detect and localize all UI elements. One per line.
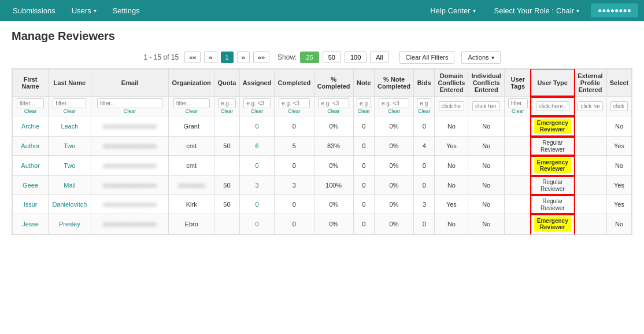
show-50-button[interactable]: 50 xyxy=(323,52,341,63)
cell-notepct: 0% xyxy=(374,214,413,234)
first-page-button[interactable]: «« xyxy=(184,52,201,63)
filter-bids[interactable] xyxy=(417,98,431,108)
clear-all-filters-button[interactable]: Clear All Filters xyxy=(399,51,455,64)
nav-submissions[interactable]: Submissions xyxy=(6,2,62,20)
chevron-down-icon: ▾ xyxy=(94,8,97,14)
show-25-button[interactable]: 25 xyxy=(300,52,319,63)
cell-completed: 0 xyxy=(275,195,314,214)
cell-email: ●●●●●●●●●●●●●● xyxy=(91,116,169,137)
cell-extprofile xyxy=(574,156,607,176)
cell-firstname[interactable]: Author xyxy=(13,156,49,176)
cell-note: 0 xyxy=(353,156,374,176)
cell-completed: 0 xyxy=(275,156,314,176)
cell-usertags xyxy=(504,195,531,214)
filter-notepct[interactable] xyxy=(379,98,409,108)
clear-completed-filter[interactable]: Clear xyxy=(277,108,311,114)
clear-lastname-filter[interactable]: Clear xyxy=(51,108,88,114)
cell-individual: No xyxy=(468,116,505,137)
cell-bids: 0 xyxy=(414,156,435,176)
cell-notepct: 0% xyxy=(374,116,413,137)
cell-lastname[interactable]: Mail xyxy=(49,176,91,195)
clear-note-filter[interactable]: Clear xyxy=(356,108,372,114)
current-page-button[interactable]: 1 xyxy=(221,52,234,63)
clear-notepct-filter[interactable]: Clear xyxy=(377,108,411,114)
cell-quota xyxy=(214,156,240,176)
cell-assigned[interactable]: 0 xyxy=(239,116,275,137)
cell-firstname[interactable]: Jesse xyxy=(13,214,49,234)
cell-assigned[interactable]: 0 xyxy=(239,195,275,214)
cell-note: 0 xyxy=(353,214,374,234)
filter-usertype[interactable] xyxy=(536,101,569,111)
filter-select[interactable] xyxy=(610,101,628,111)
clear-firstname-filter[interactable]: Clear xyxy=(15,108,46,114)
nav-settings[interactable]: Settings xyxy=(106,2,147,20)
filter-quota[interactable] xyxy=(218,98,236,108)
clear-pct-filter[interactable]: Clear xyxy=(317,108,351,114)
nav-select-role[interactable]: Select Your Role : Chair ▾ xyxy=(487,2,586,20)
header-email: Email xyxy=(91,69,169,97)
cell-pct: 83% xyxy=(314,137,353,156)
filter-assigned[interactable] xyxy=(243,98,270,108)
filter-individual[interactable] xyxy=(472,101,500,111)
show-100-button[interactable]: 100 xyxy=(345,52,367,63)
cell-firstname[interactable]: Issur xyxy=(13,195,49,214)
filter-pct[interactable] xyxy=(318,98,349,108)
cell-completed: 0 xyxy=(275,116,314,137)
cell-notepct: 0% xyxy=(374,137,413,156)
cell-lastname[interactable]: Danielovitch xyxy=(49,195,91,214)
show-all-button[interactable]: All xyxy=(370,52,388,63)
filter-email[interactable] xyxy=(97,98,162,108)
table-row: Author Two ●●●●●●●●●●●●●● cmt 50 6 5 83%… xyxy=(13,137,632,156)
last-page-button[interactable]: »» xyxy=(253,52,269,63)
cell-extprofile xyxy=(574,214,607,234)
actions-dropdown-button[interactable]: Actions ▾ xyxy=(461,51,500,64)
user-menu-button[interactable]: ●●●●●●●● xyxy=(591,3,638,17)
cell-note: 0 xyxy=(353,176,374,195)
cell-assigned[interactable]: 6 xyxy=(239,137,275,156)
cell-bids: 0 xyxy=(414,116,435,137)
cell-email: ●●●●●●●●●●●●●● xyxy=(91,195,169,214)
prev-page-button[interactable]: « xyxy=(204,52,217,63)
top-navigation: Submissions Users ▾ Settings Help Center… xyxy=(0,0,644,21)
cell-firstname[interactable]: Archie xyxy=(13,116,49,137)
cell-org: cmt xyxy=(169,156,214,176)
cell-select: Yes xyxy=(606,137,631,156)
cell-firstname[interactable]: Author xyxy=(13,137,49,156)
filter-note[interactable] xyxy=(357,98,371,108)
cell-usertags xyxy=(504,214,531,234)
filter-completed[interactable] xyxy=(279,98,309,108)
cell-lastname[interactable]: Two xyxy=(49,137,91,156)
filter-firstname[interactable] xyxy=(17,98,45,108)
nav-help-center[interactable]: Help Center ▾ xyxy=(423,2,482,20)
header-lastname: Last Name xyxy=(49,69,91,97)
cell-assigned[interactable]: 0 xyxy=(239,156,275,176)
show-label: Show: xyxy=(277,53,297,61)
cell-lastname[interactable]: Presley xyxy=(49,214,91,234)
filter-usertags[interactable] xyxy=(508,98,528,108)
filter-lastname[interactable] xyxy=(53,98,86,108)
cell-pct: 0% xyxy=(314,195,353,214)
clear-quota-filter[interactable]: Clear xyxy=(217,108,237,114)
cell-note: 0 xyxy=(353,137,374,156)
clear-assigned-filter[interactable]: Clear xyxy=(242,108,272,114)
clear-usertags-filter[interactable]: Clear xyxy=(507,108,529,114)
cell-assigned[interactable]: 3 xyxy=(239,176,275,195)
filter-domain[interactable] xyxy=(439,101,464,111)
clear-org-filter[interactable]: Clear xyxy=(171,108,212,114)
cell-lastname[interactable]: Leach xyxy=(49,116,91,137)
cell-firstname[interactable]: Geee xyxy=(13,176,49,195)
filter-org[interactable] xyxy=(173,98,210,108)
table-filter-row: Clear Clear Clear Clear Clear Clear Clea… xyxy=(13,97,632,116)
cell-domain: No xyxy=(435,176,468,195)
header-note: Note xyxy=(353,69,374,97)
cell-assigned[interactable]: 0 xyxy=(239,214,275,234)
nav-users[interactable]: Users ▾ xyxy=(65,2,103,20)
clear-bids-filter[interactable]: Clear xyxy=(416,108,432,114)
cell-individual: No xyxy=(468,214,505,234)
cell-usertype: Regular Reviewer xyxy=(531,195,573,214)
cell-lastname[interactable]: Two xyxy=(49,156,91,176)
clear-email-filter[interactable]: Clear xyxy=(94,108,166,114)
cell-quota: 50 xyxy=(214,195,240,214)
next-page-button[interactable]: » xyxy=(237,52,250,63)
filter-extprofile[interactable] xyxy=(578,101,602,111)
